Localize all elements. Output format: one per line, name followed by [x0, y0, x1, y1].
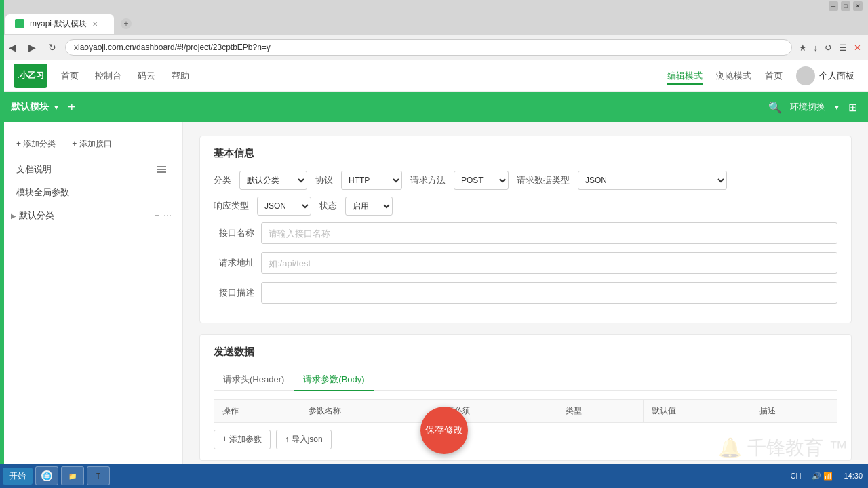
module-toolbar: 默认模块 ▼ + 🔍 环境切换 ▼ ⊞ [0, 92, 868, 122]
watermark-logo: 🔔 千锋教育 ™ [718, 435, 848, 461]
folder-icon: 📁 [67, 470, 78, 481]
sidebar-item-global-params[interactable]: 模块全局参数 [0, 181, 182, 204]
module-dropdown-arrow[interactable]: ▼ [53, 104, 60, 111]
taskbar-folder[interactable]: 📁 [61, 466, 84, 485]
category-select[interactable]: 默认分类 [239, 171, 307, 190]
add-interface-btn[interactable]: + 添加接口 [66, 136, 117, 152]
sidebar-category-default[interactable]: ▶ 默认分类 + ⋯ [0, 204, 182, 227]
module-add-btn[interactable]: + [68, 100, 76, 115]
col-desc: 描述 [751, 400, 837, 423]
address-text: xiaoyaoji.com.cn/dashboard/#!/project/23… [74, 43, 271, 52]
taskbar-time: 14:30 [841, 470, 865, 481]
back-btn[interactable]: ◀ [5, 41, 20, 54]
module-name-area: 默认模块 ▼ [11, 101, 60, 113]
tab-header[interactable]: 请求头(Header) [214, 369, 294, 391]
category-expand-icon: ▶ [11, 212, 16, 220]
edit-mode-tab[interactable]: 编辑模式 [667, 67, 703, 85]
interface-name-input[interactable] [261, 222, 837, 244]
sidebar-doc-label: 文档说明 [16, 163, 52, 176]
taskbar-right: CH 🔊 📶 14:30 [788, 470, 865, 482]
start-button[interactable]: 开始 [3, 468, 33, 485]
avatar-area[interactable]: 个人面板 [796, 66, 854, 85]
taskbar-text[interactable]: T [87, 466, 110, 485]
method-label: 请求方法 [410, 174, 446, 186]
refresh2-btn[interactable]: ↺ [823, 41, 833, 54]
profile-label: 个人面板 [819, 70, 854, 82]
forward-btn[interactable]: ▶ [25, 41, 39, 54]
taskbar-ch[interactable]: CH [788, 470, 804, 481]
browser-tab-bar: myapi-默认模块 ✕ + [0, 12, 868, 35]
category-add-icon[interactable]: + [155, 211, 159, 220]
interface-name-field: 接口名称 [214, 222, 837, 244]
request-data-type-label: 请求数据类型 [517, 174, 570, 186]
avatar [796, 66, 815, 85]
request-data-type-select[interactable]: JSON form-data [578, 171, 727, 190]
category-more-icon[interactable]: ⋯ [163, 211, 172, 220]
interface-desc-label: 接口描述 [214, 287, 261, 299]
window-controls-bar: ─ □ ✕ [0, 0, 868, 12]
env-switch-label[interactable]: 环境切换 [790, 101, 825, 113]
browser-tab-active[interactable]: myapi-默认模块 ✕ [5, 14, 114, 34]
col-operation: 操作 [214, 400, 300, 423]
sidebar: + 添加分类 + 添加接口 文档说明 模块全局参数 ▶ 默认分类 + ⋯ [0, 122, 183, 488]
form-row-2: 响应类型 JSON XML 状态 启用 停用 [214, 197, 837, 216]
new-tab-icon: + [121, 18, 132, 29]
save-button[interactable]: 保存修改 [420, 407, 468, 454]
add-param-btn[interactable]: + 添加参数 [214, 430, 271, 449]
chrome-icon: 🌐 [41, 470, 52, 481]
app-logo: .小乙习 [14, 64, 47, 88]
close2-btn[interactable]: ✕ [852, 41, 863, 54]
refresh-btn[interactable]: ↻ [45, 41, 60, 54]
tab-body[interactable]: 请求参数(Body) [294, 369, 374, 391]
request-url-input[interactable] [261, 252, 837, 274]
protocol-select[interactable]: HTTP HTTPS [341, 171, 402, 190]
grid-icon[interactable]: ⊞ [848, 101, 857, 114]
env-switch-arrow[interactable]: ▼ [833, 104, 840, 111]
minimize-btn[interactable]: ─ [829, 1, 838, 11]
settings-btn[interactable]: ☰ [837, 41, 848, 54]
sidebar-global-params-label: 模块全局参数 [16, 186, 69, 199]
list-line [157, 166, 166, 167]
search-icon[interactable]: 🔍 [768, 101, 782, 114]
send-data-title: 发送数据 [214, 346, 837, 359]
col-default: 默认值 [644, 400, 751, 423]
interface-desc-input[interactable] [261, 282, 837, 304]
status-select[interactable]: 启用 停用 [345, 197, 393, 216]
maximize-btn[interactable]: □ [841, 1, 850, 11]
request-url-label: 请求地址 [214, 257, 261, 269]
address-bar-row: ◀ ▶ ↻ xiaoyaoji.com.cn/dashboard/#!/proj… [0, 35, 868, 60]
sidebar-category-label: 默认分类 [19, 209, 54, 222]
sidebar-item-doc[interactable]: 文档说明 [0, 158, 182, 181]
taskbar: 开始 🌐 📁 T CH 🔊 📶 14:30 [0, 464, 868, 488]
address-bar[interactable]: xiaoyaoji.com.cn/dashboard/#!/project/23… [65, 39, 792, 56]
taskbar-chrome[interactable]: 🌐 [35, 466, 58, 485]
status-label: 状态 [319, 200, 337, 212]
response-type-label: 响应类型 [214, 200, 249, 212]
bookmark-btn[interactable]: ★ [797, 41, 808, 54]
import-json-btn[interactable]: ↑ 导入json [276, 430, 331, 449]
browse-mode-tab[interactable]: 浏览模式 [716, 67, 751, 85]
response-type-select[interactable]: JSON XML [257, 197, 311, 216]
logo-text: .小乙习 [17, 70, 43, 81]
module-name-text: 默认模块 [11, 101, 49, 113]
col-param-name: 参数名称 [300, 400, 429, 423]
interface-name-label: 接口名称 [214, 227, 261, 239]
form-row-1: 分类 默认分类 协议 HTTP HTTPS 请求方法 POST GET PUT … [214, 171, 837, 190]
tab-close-btn[interactable]: ✕ [92, 20, 98, 28]
send-params-table: 操作 参数名称 是否必须 类型 默认值 描述 [214, 399, 837, 423]
sidebar-accent [0, 122, 4, 488]
nav-home[interactable]: 首页 [61, 67, 79, 85]
sidebar-actions: + 添加分类 + 添加接口 [0, 130, 182, 158]
nav-code[interactable]: 码云 [138, 67, 155, 85]
watermark: 🔔 千锋教育 ™ [718, 435, 848, 461]
download-btn[interactable]: ↓ [812, 41, 820, 54]
taskbar-icons: 🔊 📶 [809, 470, 835, 482]
close-btn[interactable]: ✕ [853, 1, 863, 11]
nav-console[interactable]: 控制台 [95, 67, 121, 85]
nav-right-home[interactable]: 首页 [765, 70, 783, 82]
list-line [157, 171, 166, 173]
protocol-label: 协议 [315, 174, 333, 186]
method-select[interactable]: POST GET PUT DELETE [454, 171, 509, 190]
add-category-btn[interactable]: + 添加分类 [11, 136, 61, 152]
nav-help[interactable]: 帮助 [172, 67, 189, 85]
